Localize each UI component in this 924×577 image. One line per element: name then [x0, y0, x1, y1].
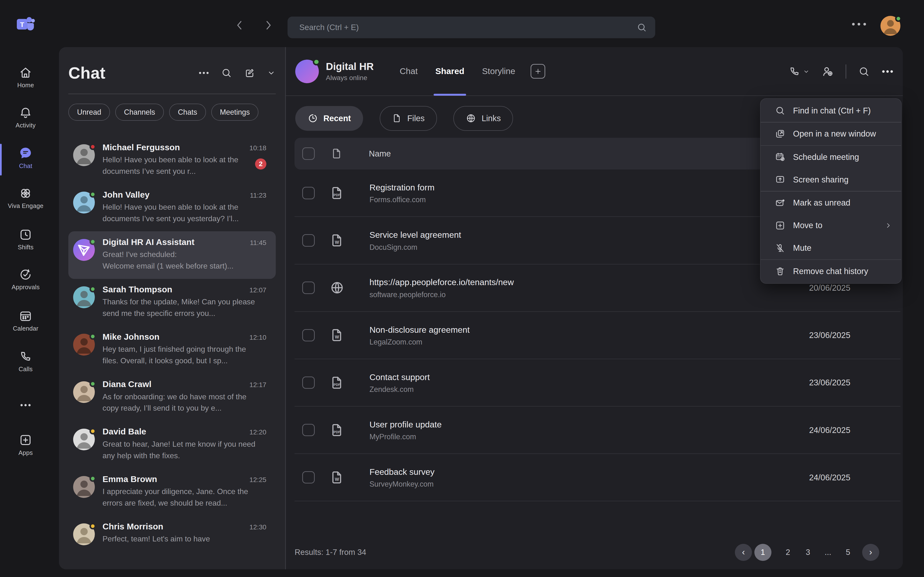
rail-item-calls[interactable]: Calls	[0, 350, 51, 372]
chat-options-button[interactable]	[882, 70, 893, 73]
unread-badge: 2	[255, 158, 267, 170]
titlebar-more-icon[interactable]	[852, 21, 870, 27]
svg-text:W: W	[335, 240, 339, 245]
conversation-item[interactable]: Emma Brown 12:25 I appreciate your dilig…	[68, 468, 276, 516]
row-checkbox[interactable]	[302, 377, 315, 389]
globe-icon	[465, 113, 476, 124]
menu-item-schedule-meeting[interactable]: Schedule meeting	[761, 146, 901, 168]
filter-chip-unread[interactable]: Unread	[68, 104, 110, 121]
conversation-item[interactable]: Mike Johnson 12:10 Hey team, I just fini…	[68, 326, 276, 374]
chevron-down-icon[interactable]	[267, 69, 276, 77]
bell-icon	[19, 106, 32, 119]
rail-item-home[interactable]: Home	[0, 66, 51, 89]
conversation-name: John Valley	[102, 190, 149, 200]
row-checkbox[interactable]	[302, 282, 315, 294]
phone-icon	[19, 350, 32, 363]
peer-status: Always online	[326, 74, 374, 82]
table-row[interactable]: W Feedback survey SurveyMonkey.com 24/06…	[294, 454, 900, 501]
active-rail-indicator	[0, 144, 2, 176]
filter-chip-chats[interactable]: Chats	[169, 104, 206, 121]
page-3-button[interactable]: 3	[798, 548, 818, 557]
conversation-name: Michael Fergusson	[102, 143, 180, 152]
new-chat-icon[interactable]	[244, 67, 255, 79]
row-checkbox[interactable]	[302, 424, 315, 436]
prev-page-button[interactable]: ‹	[735, 544, 752, 561]
chat-filter-chips: Unread Channels Chats Meetings	[68, 104, 276, 121]
menu-item-mark-as-unread[interactable]: Mark as unread	[761, 192, 901, 214]
view-filter-files[interactable]: Files	[380, 106, 437, 131]
conversation-item-selected[interactable]: Digital HR AI Assistant 11:45 Great! I'v…	[68, 231, 276, 279]
conversation-item[interactable]: Chris Morrison 12:30 Perfect, team! Let'…	[68, 516, 276, 563]
rail-item-label: Approvals	[11, 284, 40, 291]
chat-search-icon[interactable]	[221, 67, 232, 79]
rail-item-calendar[interactable]: Calendar	[0, 309, 51, 332]
conversation-name: Mike Johnson	[102, 332, 160, 342]
schedule-meeting-icon	[775, 152, 785, 162]
menu-item-label: Mute	[793, 243, 811, 253]
tab-storyline[interactable]: Storyline	[482, 47, 515, 96]
view-filter-links[interactable]: Links	[453, 106, 513, 131]
row-checkbox[interactable]	[302, 234, 315, 247]
search-input[interactable]	[299, 23, 636, 32]
rail-item-shifts[interactable]: Shifts	[0, 228, 51, 251]
row-checkbox[interactable]	[302, 329, 315, 342]
menu-item-move-to[interactable]: Move to	[761, 214, 901, 237]
conversation-time: 10:18	[245, 144, 267, 152]
conversation-time: 11:23	[245, 192, 267, 199]
menu-item-screen-sharing[interactable]: Screen sharing	[761, 168, 901, 191]
svg-text:W: W	[335, 335, 339, 340]
file-source: Zendesk.com	[369, 385, 430, 393]
table-row[interactable]: PDF User profile update MyProfile.com 24…	[294, 406, 900, 454]
presence-available-dot	[89, 286, 96, 292]
tab-shared[interactable]: Shared	[435, 47, 464, 96]
rail-item-viva-engage[interactable]: Viva Engage	[0, 187, 51, 210]
rail-item-chat[interactable]: Chat	[0, 146, 51, 169]
rail-item-more[interactable]	[0, 402, 51, 408]
nav-forward-button[interactable]	[262, 19, 275, 32]
teams-logo-icon[interactable]: T	[0, 15, 51, 32]
file-source: SurveyMonkey.com	[369, 480, 435, 488]
select-all-checkbox[interactable]	[302, 147, 315, 160]
filter-chip-meetings[interactable]: Meetings	[211, 104, 258, 121]
conversation-name: Diana Crawl	[102, 379, 151, 389]
conversation-item[interactable]: Michael Fergusson 10:18 Hello! Have you …	[68, 137, 276, 184]
menu-item-find-in-chat[interactable]: Find in chat (Ctrl + F)	[761, 99, 901, 122]
rail-item-approvals[interactable]: Approvals	[0, 268, 51, 291]
rail-item-apps[interactable]: Apps	[0, 433, 51, 456]
find-in-chat-button[interactable]	[858, 66, 870, 77]
table-row[interactable]: PDF Contact support Zendesk.com 23/06/20…	[294, 359, 900, 406]
pagination: ‹ 1 2 3 ... 5 ›	[735, 544, 879, 561]
nav-back-button[interactable]	[233, 19, 246, 32]
rail-item-label: Viva Engage	[8, 202, 44, 210]
view-filter-recent[interactable]: Recent	[295, 106, 363, 131]
next-page-button[interactable]: ›	[862, 544, 879, 561]
page-2-button[interactable]: 2	[778, 548, 798, 557]
conversation-item[interactable]: Diana Crawl 12:17 As for onboarding: we …	[68, 374, 276, 421]
menu-item-label: Open in a new window	[793, 129, 876, 139]
page-1-button[interactable]: 1	[754, 544, 771, 561]
menu-item-open-new-window[interactable]: Open in a new window	[761, 122, 901, 145]
conversation-item[interactable]: David Bale 12:20 Great to hear, Jane! Le…	[68, 421, 276, 468]
user-avatar[interactable]	[880, 16, 900, 36]
row-checkbox[interactable]	[302, 187, 315, 199]
add-tab-button[interactable]	[531, 64, 545, 79]
mute-icon	[775, 243, 785, 253]
table-row[interactable]: W Non-disclosure agreement LegalZoom.com…	[294, 312, 900, 359]
call-button[interactable]	[788, 66, 810, 77]
tab-chat[interactable]: Chat	[400, 47, 418, 96]
pdf-file-icon: PDF	[330, 422, 345, 438]
global-search-bar[interactable]	[288, 16, 655, 39]
chat-more-icon[interactable]	[199, 71, 209, 75]
rail-item-activity[interactable]: Activity	[0, 106, 51, 129]
add-people-button[interactable]	[822, 65, 834, 77]
rail-item-label: Chat	[19, 163, 32, 169]
conversation-preview: Thanks for the update, Mike! Can you ple…	[102, 296, 267, 319]
page-5-button[interactable]: 5	[838, 548, 858, 557]
row-checkbox[interactable]	[302, 471, 315, 484]
search-icon	[858, 66, 870, 77]
conversation-item[interactable]: John Valley 11:23 Hello! Have you been a…	[68, 184, 276, 231]
menu-item-mute[interactable]: Mute	[761, 237, 901, 259]
filter-chip-channels[interactable]: Channels	[115, 104, 164, 121]
menu-item-remove-chat-history[interactable]: Remove chat history	[761, 260, 901, 282]
conversation-item[interactable]: Sarah Thompson 12:07 Thanks for the upda…	[68, 279, 276, 326]
